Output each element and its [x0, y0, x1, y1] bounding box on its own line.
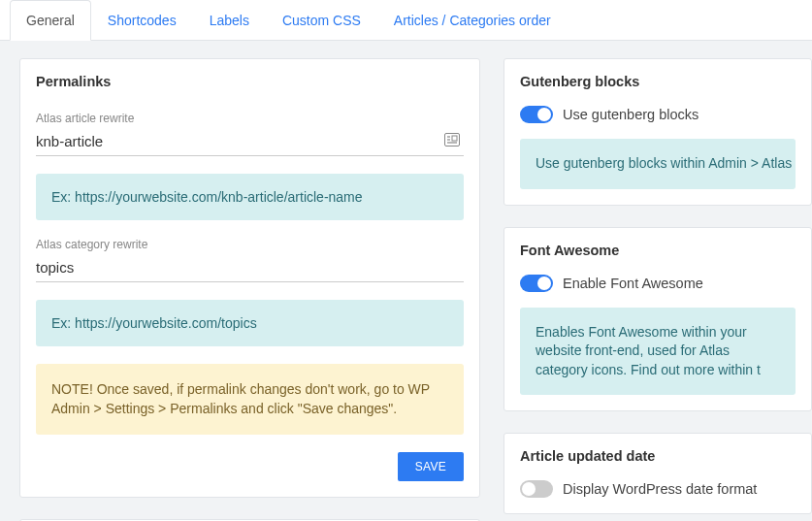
gutenberg-panel: Gutenberg blocks Use gutenberg blocks Us… [503, 58, 812, 206]
svg-rect-4 [452, 136, 457, 141]
gutenberg-toggle-label: Use gutenberg blocks [563, 107, 698, 122]
category-rewrite-hint: Ex: https://yourwebsite.com/topics [36, 300, 464, 346]
settings-tabs: General Shortcodes Labels Custom CSS Art… [0, 0, 812, 41]
fontawesome-info: Enables Font Awesome within your website… [520, 308, 796, 396]
tab-labels[interactable]: Labels [193, 0, 266, 40]
category-rewrite-label: Atlas category rewrite [36, 238, 464, 251]
article-date-title: Article updated date [504, 434, 811, 478]
permalinks-title: Permalinks [20, 59, 479, 104]
article-rewrite-hint: Ex: https://yourwebsite.com/knb-article/… [36, 174, 464, 220]
article-date-panel: Article updated date Display WordPress d… [503, 433, 812, 514]
fontawesome-panel: Font Awesome Enable Font Awesome Enables… [503, 227, 812, 412]
tab-custom-css[interactable]: Custom CSS [266, 0, 377, 40]
permalinks-note: NOTE! Once saved, if permalink changes d… [36, 364, 464, 435]
article-date-toggle-label: Display WordPress date format [563, 481, 757, 497]
fontawesome-toggle-label: Enable Font Awesome [563, 276, 703, 291]
card-icon [444, 133, 460, 149]
article-date-toggle[interactable] [520, 480, 553, 498]
article-rewrite-input[interactable] [36, 127, 464, 156]
category-rewrite-input[interactable] [36, 253, 464, 282]
tab-articles-order[interactable]: Articles / Categories order [377, 0, 568, 40]
article-rewrite-label: Atlas article rewrite [36, 112, 464, 125]
gutenberg-toggle[interactable] [520, 106, 553, 123]
permalinks-panel: Permalinks Atlas article rewrite [19, 58, 480, 498]
save-button[interactable]: SAVE [398, 452, 464, 481]
fontawesome-title: Font Awesome [504, 228, 811, 273]
tab-general[interactable]: General [10, 0, 91, 41]
gutenberg-info: Use gutenberg blocks within Admin > Atla… [520, 139, 796, 189]
gutenberg-title: Gutenberg blocks [504, 59, 811, 104]
tab-shortcodes[interactable]: Shortcodes [91, 0, 193, 40]
fontawesome-toggle[interactable] [520, 275, 553, 292]
